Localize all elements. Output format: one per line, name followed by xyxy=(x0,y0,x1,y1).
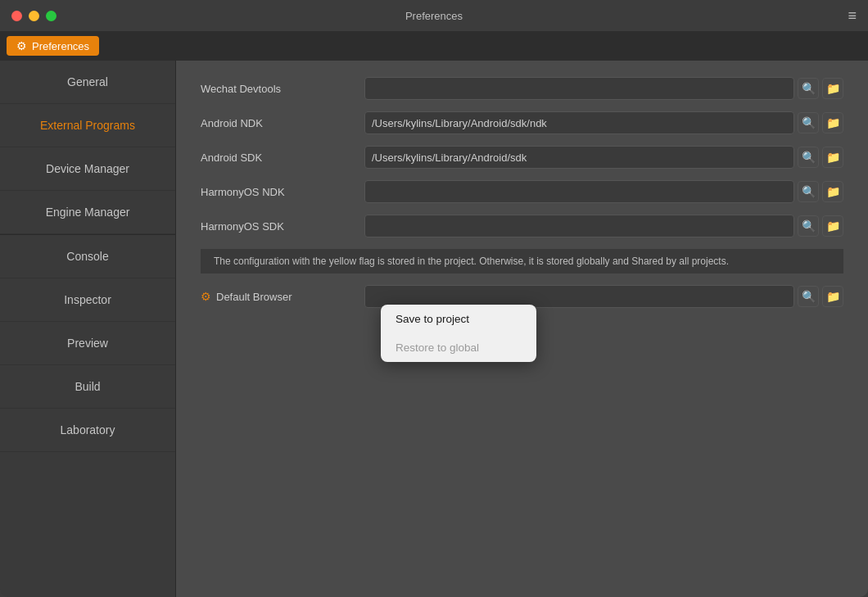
form-row-android-sdk: Android SDK 🔍 📁 xyxy=(201,146,843,169)
sidebar-item-inspector[interactable]: Inspector xyxy=(0,278,175,322)
sidebar: General External Programs Device Manager… xyxy=(0,61,176,597)
info-text: The configuration with the yellow flag i… xyxy=(214,256,729,267)
folder-icon-default-browser[interactable]: 📁 xyxy=(822,286,843,307)
search-icon-android-sdk[interactable]: 🔍 xyxy=(798,147,819,168)
sidebar-item-engine-manager[interactable]: Engine Manager xyxy=(0,191,175,234)
info-bar: The configuration with the yellow flag i… xyxy=(201,249,843,274)
form-row-harmonyos-sdk: HarmonyOS SDK 🔍 📁 xyxy=(201,215,843,237)
label-wechat-devtools: Wechat Devtools xyxy=(201,83,364,95)
sidebar-item-preview[interactable]: Preview xyxy=(0,322,175,365)
label-default-browser: Default Browser xyxy=(216,291,292,303)
search-icon-wechat[interactable]: 🔍 xyxy=(798,78,819,99)
preferences-tab-icon: ⚙ xyxy=(16,39,27,52)
input-group-wechat: 🔍 📁 xyxy=(364,77,843,100)
menu-icon[interactable]: ≡ xyxy=(848,7,857,25)
input-wechat-devtools[interactable] xyxy=(364,77,794,100)
folder-icon-harmonyos-ndk[interactable]: 📁 xyxy=(822,181,843,202)
label-android-sdk: Android SDK xyxy=(201,152,364,164)
close-button[interactable] xyxy=(11,11,22,21)
input-group-harmonyos-ndk: 🔍 📁 xyxy=(364,180,843,203)
sidebar-item-external-programs[interactable]: External Programs xyxy=(0,104,175,147)
folder-icon-harmonyos-sdk[interactable]: 📁 xyxy=(822,215,843,237)
search-icon-harmonyos-sdk[interactable]: 🔍 xyxy=(798,215,819,237)
sidebar-item-device-manager[interactable]: Device Manager xyxy=(0,147,175,191)
content-area: Wechat Devtools 🔍 📁 Android NDK 🔍 📁 An xyxy=(176,61,868,597)
input-group-android-ndk: 🔍 📁 xyxy=(364,111,843,134)
input-harmonyos-sdk[interactable] xyxy=(364,215,794,237)
sidebar-item-console[interactable]: Console xyxy=(0,235,175,278)
search-icon-harmonyos-ndk[interactable]: 🔍 xyxy=(798,181,819,202)
form-row-default-browser: ⚙ Default Browser 🔍 📁 Save to project Re… xyxy=(201,285,843,308)
search-icon-default-browser[interactable]: 🔍 xyxy=(798,286,819,307)
input-android-ndk[interactable] xyxy=(364,111,794,134)
sidebar-item-build[interactable]: Build xyxy=(0,365,175,409)
preferences-tab[interactable]: ⚙ Preferences xyxy=(7,36,99,56)
label-harmonyos-sdk: HarmonyOS SDK xyxy=(201,220,364,233)
window-title: Preferences xyxy=(405,10,463,22)
input-group-harmonyos-sdk: 🔍 📁 xyxy=(364,215,843,237)
gear-icon[interactable]: ⚙ xyxy=(201,290,211,303)
window-controls xyxy=(11,11,57,21)
restore-to-global-item: Restore to global xyxy=(381,333,536,362)
maximize-button[interactable] xyxy=(46,11,57,21)
minimize-button[interactable] xyxy=(29,11,39,21)
main-layout: General External Programs Device Manager… xyxy=(0,61,868,597)
input-group-android-sdk: 🔍 📁 xyxy=(364,146,843,169)
form-area: Wechat Devtools 🔍 📁 Android NDK 🔍 📁 An xyxy=(176,61,868,336)
form-row-wechat: Wechat Devtools 🔍 📁 xyxy=(201,77,843,100)
form-row-harmonyos-ndk: HarmonyOS NDK 🔍 📁 xyxy=(201,180,843,203)
sidebar-item-laboratory[interactable]: Laboratory xyxy=(0,409,175,452)
folder-icon-android-sdk[interactable]: 📁 xyxy=(822,147,843,168)
search-icon-android-ndk[interactable]: 🔍 xyxy=(798,112,819,133)
input-harmonyos-ndk[interactable] xyxy=(364,180,794,203)
default-browser-label-group: ⚙ Default Browser xyxy=(201,290,364,303)
label-android-ndk: Android NDK xyxy=(201,117,364,129)
form-row-android-ndk: Android NDK 🔍 📁 xyxy=(201,111,843,134)
input-android-sdk[interactable] xyxy=(364,146,794,169)
titlebar: Preferences ≡ xyxy=(0,0,868,31)
folder-icon-wechat[interactable]: 📁 xyxy=(822,78,843,99)
preferences-tab-label: Preferences xyxy=(32,40,89,52)
save-to-project-item[interactable]: Save to project xyxy=(381,305,536,333)
tabbar: ⚙ Preferences xyxy=(0,31,868,61)
folder-icon-android-ndk[interactable]: 📁 xyxy=(822,112,843,133)
sidebar-item-general[interactable]: General xyxy=(0,61,175,104)
context-menu-popup: Save to project Restore to global xyxy=(381,305,536,362)
label-harmonyos-ndk: HarmonyOS NDK xyxy=(201,186,364,198)
